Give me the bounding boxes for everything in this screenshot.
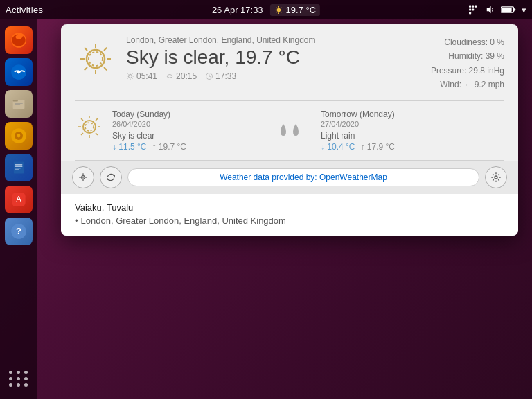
grid-dot <box>17 383 20 387</box>
activities-button[interactable]: Activities <box>6 5 43 15</box>
topbar-weather[interactable]: 19.7 °C <box>270 4 321 16</box>
svg-rect-23 <box>13 100 18 101</box>
tomorrow-high: ↑ 17.9 °C <box>361 142 396 152</box>
svg-rect-32 <box>15 168 21 168</box>
svg-point-39 <box>89 52 103 66</box>
grid-dot <box>9 383 12 387</box>
svg-line-5 <box>276 7 276 8</box>
rain-drop-2 <box>292 124 300 136</box>
firefox-icon <box>10 32 27 48</box>
svg-rect-9 <box>469 6 471 8</box>
today-forecast-info: Today (Sunday) 26/04/2020 Sky is clear ↓… <box>112 109 186 152</box>
sidebar-item-appstore[interactable]: A <box>5 186 33 213</box>
location-button[interactable] <box>72 166 94 188</box>
svg-line-45 <box>104 67 107 70</box>
svg-line-69 <box>81 133 83 135</box>
svg-point-71 <box>82 177 84 178</box>
svg-line-56 <box>127 78 128 78</box>
tomorrow-condition: Light rain <box>321 131 504 141</box>
svg-line-53 <box>127 73 128 74</box>
svg-line-8 <box>276 12 276 12</box>
topbar-dropdown-icon[interactable]: ▾ <box>522 5 526 15</box>
svg-rect-24 <box>15 103 23 103</box>
svg-point-0 <box>276 8 280 11</box>
svg-line-47 <box>85 67 87 70</box>
sunrise-value: 05:41 <box>136 71 157 81</box>
svg-point-28 <box>17 134 21 138</box>
location-item-secondary[interactable]: •London, Greater London, England, United… <box>75 214 504 227</box>
svg-rect-25 <box>15 105 20 105</box>
pressure-label: Pressure: 29.8 inHg <box>431 64 504 78</box>
weather-popup: London, Greater London, England, United … <box>61 24 518 236</box>
location-secondary-label: London, Greater London, England, United … <box>81 215 286 226</box>
svg-rect-18 <box>502 8 511 12</box>
weather-times: 05:41 20:15 <box>126 71 316 81</box>
today-temps: ↓ 11.5 °C ↑ 19.7 °C <box>112 142 186 152</box>
appstore-icon: A <box>10 191 27 208</box>
svg-text:?: ? <box>16 226 21 236</box>
tomorrow-date: 27/04/2020 <box>321 120 504 128</box>
grid-dot <box>24 383 28 387</box>
today-condition: Sky is clear <box>112 131 186 141</box>
today-sun-icon <box>75 112 104 141</box>
tomorrow-temps: ↓ 10.4 °C ↑ 17.9 °C <box>321 142 504 152</box>
location-item-active[interactable]: Vaiaku, Tuvalu <box>75 201 504 214</box>
svg-line-44 <box>85 48 87 51</box>
current-sun-icon <box>75 38 116 80</box>
sunset-value: 20:15 <box>176 71 197 81</box>
forecast-tomorrow: Tomorrow (Monday) 27/04/2020 Light rain … <box>321 109 504 152</box>
weather-main-info: London, Greater London, England, United … <box>126 35 316 81</box>
grid-dot <box>17 371 20 374</box>
svg-line-54 <box>132 78 132 78</box>
svg-rect-33 <box>15 169 19 170</box>
apps-grid[interactable] <box>3 365 35 392</box>
svg-rect-12 <box>469 8 471 10</box>
svg-marker-15 <box>487 6 491 14</box>
svg-line-59 <box>209 76 211 77</box>
sidebar-item-files[interactable] <box>5 90 33 118</box>
svg-rect-17 <box>514 8 516 10</box>
sidebar-item-writer[interactable] <box>5 154 33 181</box>
sidebar-item-rhythmbox[interactable] <box>5 122 33 150</box>
settings-button[interactable] <box>485 166 507 188</box>
sidebar-item-help[interactable]: ? <box>5 218 33 245</box>
grid-dot <box>24 377 28 380</box>
svg-rect-10 <box>472 6 474 8</box>
credit-provider: OpenWeatherMap <box>319 172 387 182</box>
weather-bottom-bar: Weather data provided by: OpenWeatherMap <box>61 161 518 194</box>
forecast-today: Today (Sunday) 26/04/2020 Sky is clear ↓… <box>75 109 258 152</box>
clock-icon <box>205 72 213 80</box>
sunset-time: 20:15 <box>166 71 197 81</box>
tomorrow-label: Tomorrow (Monday) <box>321 109 504 119</box>
svg-rect-11 <box>475 6 477 8</box>
rain-drop-1 <box>279 124 287 136</box>
today-low: ↓ 11.5 °C <box>112 142 147 152</box>
network-icon <box>469 5 480 15</box>
current-time-value: 17:33 <box>215 71 236 81</box>
sidebar-item-firefox[interactable] <box>5 26 33 54</box>
rain-drops-divider <box>258 124 321 136</box>
svg-rect-30 <box>15 164 23 165</box>
location-bullet: • <box>75 215 78 226</box>
topbar-datetime: 26 Apr 17:33 <box>212 5 263 15</box>
svg-line-67 <box>96 133 98 135</box>
location-list: Vaiaku, Tuvalu •London, Greater London, … <box>61 194 518 236</box>
topbar-sun-icon <box>274 6 283 15</box>
current-time: 17:33 <box>205 71 236 81</box>
refresh-icon <box>106 172 116 182</box>
svg-line-68 <box>96 118 98 121</box>
topbar: Activities 26 Apr 17:33 19.7 °C <box>0 0 532 19</box>
files-icon <box>10 96 27 112</box>
weather-credit: Weather data provided by: OpenWeatherMap <box>127 168 479 186</box>
today-label: Today (Sunday) <box>112 109 186 119</box>
sidebar-item-thunderbird[interactable] <box>5 58 33 86</box>
thunderbird-icon <box>10 64 27 80</box>
svg-point-76 <box>495 176 497 179</box>
writer-icon <box>10 159 27 176</box>
refresh-button[interactable] <box>100 166 122 188</box>
topbar-weather-temp: 19.7 °C <box>286 5 317 15</box>
grid-dot <box>24 371 28 374</box>
weather-main-section: London, Greater London, England, United … <box>61 24 518 100</box>
today-date: 26/04/2020 <box>112 120 186 128</box>
credit-prefix: Weather data provided by: <box>220 172 319 182</box>
